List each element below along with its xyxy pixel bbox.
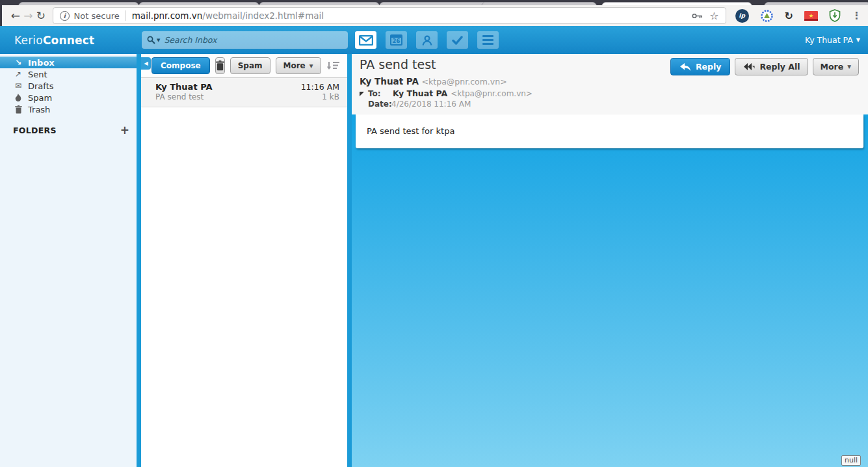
sidebar-item-trash[interactable]: Trash (0, 103, 137, 115)
list-more-button[interactable]: More ▼ (276, 57, 321, 74)
url-path: /webmail/index2.html#mail (202, 10, 324, 21)
drafts-icon: ✉ (13, 81, 23, 90)
inbox-icon: ↘ (13, 58, 23, 67)
sort-button[interactable] (326, 61, 340, 70)
sidebar-item-drafts[interactable]: ✉ Drafts (0, 80, 137, 92)
sidebar-item-label: Inbox (28, 58, 55, 68)
email-to-address: <ktpa@pnr.com.vn> (451, 89, 533, 98)
tasks-tab[interactable] (447, 31, 468, 49)
browser-tab-strip (0, 0, 868, 5)
kerio-connect-logo: KerioConnect (14, 34, 94, 47)
sync-extension-icon[interactable]: ↻ (785, 10, 793, 22)
add-folder-button[interactable]: + (120, 125, 129, 136)
compose-button[interactable]: Compose (151, 57, 210, 74)
browser-tab[interactable] (259, 2, 380, 5)
browser-tab[interactable] (138, 2, 259, 5)
browser-tab[interactable] (481, 2, 597, 5)
key-icon[interactable] (692, 12, 703, 20)
sidebar-splitter[interactable]: ◀ (137, 54, 141, 467)
message-size: 1 kB (322, 92, 339, 101)
shield-extension-icon[interactable] (829, 9, 841, 22)
email-from: Ky Thuat PA <ktpa@pnr.com.vn> (360, 76, 859, 87)
reader-more-button[interactable]: More ▼ (813, 58, 859, 75)
calendar-tab[interactable]: 26 (386, 31, 407, 49)
user-name-label: Ky Thuat PA (805, 35, 853, 45)
spam-button[interactable]: Spam (230, 57, 270, 74)
mail-icon (359, 35, 373, 46)
reply-all-button[interactable]: Reply All (735, 58, 808, 75)
email-body-card: PA send test for ktpa (356, 114, 863, 148)
sidebar-item-label: Drafts (28, 81, 54, 91)
back-icon[interactable]: ← (9, 9, 22, 22)
collapse-sidebar-button[interactable]: ◀ (141, 57, 151, 70)
flag-star-icon: ★ (808, 13, 813, 19)
trash-icon (13, 105, 23, 114)
app-header: KerioConnect ▼ 26 Ky Thuat PA ▼ (0, 26, 868, 54)
message-list-pane: Compose Spam More ▼ Ky Thuat PA 11:16 AM… (141, 54, 347, 467)
forward-icon[interactable]: → (22, 9, 35, 22)
extension-row: ip ↻ ★ ⋮ (735, 9, 861, 23)
url-host: mail.pnr.com.vn (132, 10, 203, 21)
message-list-item[interactable]: Ky Thuat PA 11:16 AM PA send test 1 kB (141, 78, 347, 107)
calendar-icon: 26 (390, 34, 402, 46)
ip-extension-icon[interactable]: ip (735, 9, 749, 23)
chevron-down-icon: ▼ (847, 64, 851, 70)
contacts-icon (421, 34, 433, 46)
bookmark-star-icon[interactable]: ☆ (709, 10, 718, 22)
badge-extension-icon[interactable] (760, 9, 774, 23)
email-body-text: PA send test for ktpa (367, 126, 454, 136)
browser-tab[interactable] (764, 2, 868, 5)
email-date-value: 4/26/2018 11:16 AM (391, 100, 471, 109)
sidebar-item-spam[interactable]: Spam (0, 92, 137, 103)
check-icon (452, 36, 463, 45)
refresh-icon[interactable]: ↻ (34, 9, 47, 22)
mail-tab[interactable] (355, 31, 376, 49)
address-bar[interactable]: i Not secure mail.pnr.com.vn /webmail/in… (53, 7, 726, 24)
collapse-left-icon: ◀ (144, 60, 148, 66)
search-scope-dropdown-icon[interactable]: ▼ (157, 38, 160, 43)
main-area: ↘ Inbox ↗ Sent ✉ Drafts Spam Trash FOLDE… (0, 54, 868, 467)
browser-tab[interactable] (18, 2, 139, 5)
menu-lines-icon (482, 35, 493, 45)
folders-label: FOLDERS (13, 126, 57, 135)
sidebar-item-label: Trash (28, 105, 50, 114)
email-to-row: To: Ky Thuat PA <ktpa@pnr.com.vn> (360, 88, 859, 98)
browser-toolbar: ← → ↻ i Not secure mail.pnr.com.vn /webm… (0, 5, 868, 26)
reading-pane-body: PA send test for ktpa null (352, 114, 868, 467)
date-label: Date: (368, 100, 390, 109)
search-box[interactable]: ▼ (142, 31, 348, 49)
email-date-row: Date: 4/26/2018 11:16 AM (368, 100, 859, 109)
reading-pane-header: PA send test Ky Thuat PA <ktpa@pnr.com.v… (352, 54, 868, 114)
folders-section-header: FOLDERS + (0, 125, 137, 136)
reply-button[interactable]: Reply (670, 58, 730, 75)
url-separator (125, 10, 126, 21)
contacts-tab[interactable] (416, 31, 438, 49)
notes-tab[interactable] (477, 31, 499, 49)
browser-menu-icon[interactable]: ⋮ (852, 10, 861, 21)
sidebar-item-inbox[interactable]: ↘ Inbox (0, 57, 137, 68)
search-icon (147, 36, 155, 44)
to-label: To: (368, 89, 388, 98)
collapse-details-icon[interactable] (360, 92, 364, 96)
null-status-box: null (841, 455, 861, 466)
folder-sidebar: ↘ Inbox ↗ Sent ✉ Drafts Spam Trash FOLDE… (0, 54, 137, 467)
delete-button[interactable] (215, 57, 225, 74)
sidebar-item-sent[interactable]: ↗ Sent (0, 68, 137, 80)
search-input[interactable] (164, 35, 343, 45)
message-list-toolbar: Compose Spam More ▼ (141, 54, 347, 78)
user-menu[interactable]: Ky Thuat PA ▼ (805, 26, 860, 54)
sort-icon (326, 61, 340, 70)
message-sender: Ky Thuat PA (155, 82, 213, 92)
reading-pane: PA send test Ky Thuat PA <ktpa@pnr.com.v… (352, 54, 868, 467)
user-menu-dropdown-icon: ▼ (856, 37, 860, 43)
list-splitter[interactable] (347, 54, 352, 467)
email-to-name: Ky Thuat PA (393, 88, 447, 98)
email-from-address: <ktpa@pnr.com.vn> (422, 77, 507, 87)
window-edge (0, 0, 2, 26)
app-nav-icons: 26 (355, 31, 499, 49)
sidebar-item-label: Spam (28, 93, 52, 103)
info-icon[interactable]: i (60, 11, 70, 21)
browser-tab-active[interactable] (601, 2, 752, 5)
flag-extension-icon[interactable]: ★ (804, 11, 818, 21)
reader-actions: Reply Reply All More ▼ (670, 58, 859, 75)
